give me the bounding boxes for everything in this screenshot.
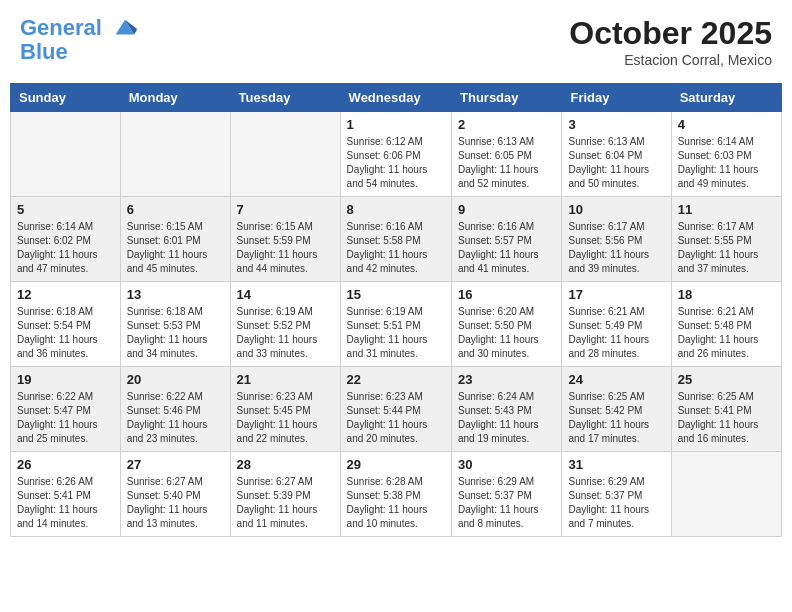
- day-info: Sunrise: 6:14 AMSunset: 6:02 PMDaylight:…: [17, 220, 114, 276]
- day-number: 22: [347, 372, 445, 387]
- day-info: Sunrise: 6:19 AMSunset: 5:52 PMDaylight:…: [237, 305, 334, 361]
- day-info: Sunrise: 6:18 AMSunset: 5:53 PMDaylight:…: [127, 305, 224, 361]
- calendar-cell: 13Sunrise: 6:18 AMSunset: 5:53 PMDayligh…: [120, 282, 230, 367]
- weekday-header-wednesday: Wednesday: [340, 84, 451, 112]
- day-number: 27: [127, 457, 224, 472]
- calendar-cell: 11Sunrise: 6:17 AMSunset: 5:55 PMDayligh…: [671, 197, 781, 282]
- day-number: 3: [568, 117, 664, 132]
- calendar-cell: 3Sunrise: 6:13 AMSunset: 6:04 PMDaylight…: [562, 112, 671, 197]
- calendar-week-row: 26Sunrise: 6:26 AMSunset: 5:41 PMDayligh…: [11, 452, 782, 537]
- location: Estacion Corral, Mexico: [569, 52, 772, 68]
- calendar-cell: 15Sunrise: 6:19 AMSunset: 5:51 PMDayligh…: [340, 282, 451, 367]
- day-info: Sunrise: 6:21 AMSunset: 5:48 PMDaylight:…: [678, 305, 775, 361]
- weekday-header-sunday: Sunday: [11, 84, 121, 112]
- calendar-cell: 7Sunrise: 6:15 AMSunset: 5:59 PMDaylight…: [230, 197, 340, 282]
- day-number: 21: [237, 372, 334, 387]
- calendar-week-row: 12Sunrise: 6:18 AMSunset: 5:54 PMDayligh…: [11, 282, 782, 367]
- day-info: Sunrise: 6:12 AMSunset: 6:06 PMDaylight:…: [347, 135, 445, 191]
- day-number: 23: [458, 372, 555, 387]
- calendar-cell: 19Sunrise: 6:22 AMSunset: 5:47 PMDayligh…: [11, 367, 121, 452]
- calendar-cell: 2Sunrise: 6:13 AMSunset: 6:05 PMDaylight…: [452, 112, 562, 197]
- day-info: Sunrise: 6:13 AMSunset: 6:04 PMDaylight:…: [568, 135, 664, 191]
- calendar-week-row: 19Sunrise: 6:22 AMSunset: 5:47 PMDayligh…: [11, 367, 782, 452]
- day-info: Sunrise: 6:21 AMSunset: 5:49 PMDaylight:…: [568, 305, 664, 361]
- calendar-cell: 6Sunrise: 6:15 AMSunset: 6:01 PMDaylight…: [120, 197, 230, 282]
- weekday-header-friday: Friday: [562, 84, 671, 112]
- day-info: Sunrise: 6:15 AMSunset: 5:59 PMDaylight:…: [237, 220, 334, 276]
- day-info: Sunrise: 6:26 AMSunset: 5:41 PMDaylight:…: [17, 475, 114, 531]
- calendar-cell: 16Sunrise: 6:20 AMSunset: 5:50 PMDayligh…: [452, 282, 562, 367]
- calendar-cell: 25Sunrise: 6:25 AMSunset: 5:41 PMDayligh…: [671, 367, 781, 452]
- day-number: 1: [347, 117, 445, 132]
- day-info: Sunrise: 6:22 AMSunset: 5:46 PMDaylight:…: [127, 390, 224, 446]
- calendar-week-row: 5Sunrise: 6:14 AMSunset: 6:02 PMDaylight…: [11, 197, 782, 282]
- calendar-cell: [120, 112, 230, 197]
- calendar-cell: 1Sunrise: 6:12 AMSunset: 6:06 PMDaylight…: [340, 112, 451, 197]
- day-number: 19: [17, 372, 114, 387]
- day-info: Sunrise: 6:17 AMSunset: 5:56 PMDaylight:…: [568, 220, 664, 276]
- day-number: 30: [458, 457, 555, 472]
- day-number: 24: [568, 372, 664, 387]
- weekday-header-tuesday: Tuesday: [230, 84, 340, 112]
- calendar-table: SundayMondayTuesdayWednesdayThursdayFrid…: [10, 83, 782, 537]
- calendar-cell: 12Sunrise: 6:18 AMSunset: 5:54 PMDayligh…: [11, 282, 121, 367]
- day-info: Sunrise: 6:22 AMSunset: 5:47 PMDaylight:…: [17, 390, 114, 446]
- day-number: 15: [347, 287, 445, 302]
- day-number: 10: [568, 202, 664, 217]
- day-info: Sunrise: 6:15 AMSunset: 6:01 PMDaylight:…: [127, 220, 224, 276]
- day-info: Sunrise: 6:29 AMSunset: 5:37 PMDaylight:…: [458, 475, 555, 531]
- day-info: Sunrise: 6:20 AMSunset: 5:50 PMDaylight:…: [458, 305, 555, 361]
- day-number: 4: [678, 117, 775, 132]
- logo: General Blue: [20, 15, 139, 65]
- calendar-cell: 27Sunrise: 6:27 AMSunset: 5:40 PMDayligh…: [120, 452, 230, 537]
- calendar-cell: 14Sunrise: 6:19 AMSunset: 5:52 PMDayligh…: [230, 282, 340, 367]
- calendar-cell: 31Sunrise: 6:29 AMSunset: 5:37 PMDayligh…: [562, 452, 671, 537]
- calendar-cell: 18Sunrise: 6:21 AMSunset: 5:48 PMDayligh…: [671, 282, 781, 367]
- day-number: 29: [347, 457, 445, 472]
- page-header: General Blue October 2025 Estacion Corra…: [10, 10, 782, 73]
- day-info: Sunrise: 6:14 AMSunset: 6:03 PMDaylight:…: [678, 135, 775, 191]
- day-number: 25: [678, 372, 775, 387]
- day-number: 7: [237, 202, 334, 217]
- day-number: 2: [458, 117, 555, 132]
- day-info: Sunrise: 6:17 AMSunset: 5:55 PMDaylight:…: [678, 220, 775, 276]
- calendar-cell: [230, 112, 340, 197]
- day-number: 31: [568, 457, 664, 472]
- day-info: Sunrise: 6:28 AMSunset: 5:38 PMDaylight:…: [347, 475, 445, 531]
- day-number: 13: [127, 287, 224, 302]
- day-info: Sunrise: 6:16 AMSunset: 5:57 PMDaylight:…: [458, 220, 555, 276]
- day-number: 26: [17, 457, 114, 472]
- day-info: Sunrise: 6:23 AMSunset: 5:44 PMDaylight:…: [347, 390, 445, 446]
- weekday-header-row: SundayMondayTuesdayWednesdayThursdayFrid…: [11, 84, 782, 112]
- weekday-header-monday: Monday: [120, 84, 230, 112]
- day-number: 17: [568, 287, 664, 302]
- day-number: 6: [127, 202, 224, 217]
- calendar-cell: 24Sunrise: 6:25 AMSunset: 5:42 PMDayligh…: [562, 367, 671, 452]
- day-info: Sunrise: 6:29 AMSunset: 5:37 PMDaylight:…: [568, 475, 664, 531]
- day-number: 28: [237, 457, 334, 472]
- day-number: 12: [17, 287, 114, 302]
- calendar-cell: 9Sunrise: 6:16 AMSunset: 5:57 PMDaylight…: [452, 197, 562, 282]
- day-info: Sunrise: 6:27 AMSunset: 5:39 PMDaylight:…: [237, 475, 334, 531]
- calendar-cell: 10Sunrise: 6:17 AMSunset: 5:56 PMDayligh…: [562, 197, 671, 282]
- month-title: October 2025: [569, 15, 772, 52]
- day-number: 8: [347, 202, 445, 217]
- calendar-cell: 21Sunrise: 6:23 AMSunset: 5:45 PMDayligh…: [230, 367, 340, 452]
- calendar-cell: 17Sunrise: 6:21 AMSunset: 5:49 PMDayligh…: [562, 282, 671, 367]
- day-number: 14: [237, 287, 334, 302]
- day-info: Sunrise: 6:23 AMSunset: 5:45 PMDaylight:…: [237, 390, 334, 446]
- day-number: 11: [678, 202, 775, 217]
- day-info: Sunrise: 6:13 AMSunset: 6:05 PMDaylight:…: [458, 135, 555, 191]
- day-info: Sunrise: 6:25 AMSunset: 5:41 PMDaylight:…: [678, 390, 775, 446]
- day-number: 18: [678, 287, 775, 302]
- calendar-cell: [11, 112, 121, 197]
- calendar-cell: [671, 452, 781, 537]
- calendar-cell: 22Sunrise: 6:23 AMSunset: 5:44 PMDayligh…: [340, 367, 451, 452]
- day-info: Sunrise: 6:24 AMSunset: 5:43 PMDaylight:…: [458, 390, 555, 446]
- calendar-cell: 29Sunrise: 6:28 AMSunset: 5:38 PMDayligh…: [340, 452, 451, 537]
- weekday-header-thursday: Thursday: [452, 84, 562, 112]
- day-info: Sunrise: 6:16 AMSunset: 5:58 PMDaylight:…: [347, 220, 445, 276]
- day-number: 20: [127, 372, 224, 387]
- weekday-header-saturday: Saturday: [671, 84, 781, 112]
- day-info: Sunrise: 6:19 AMSunset: 5:51 PMDaylight:…: [347, 305, 445, 361]
